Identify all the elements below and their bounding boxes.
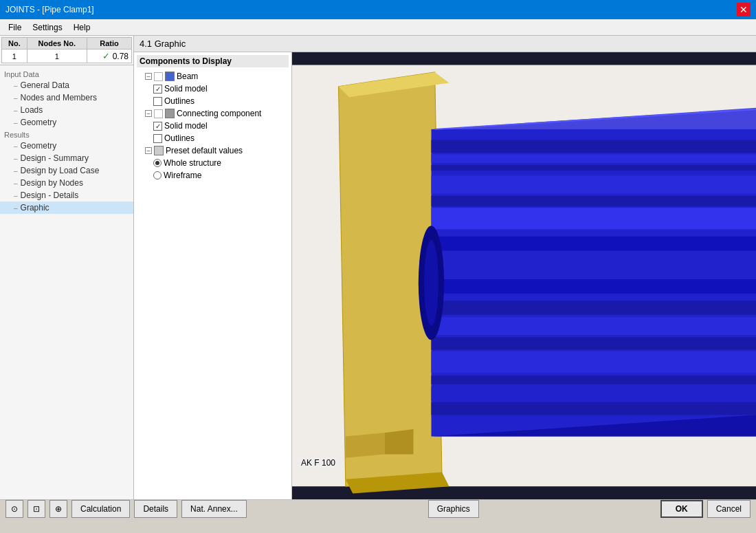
svg-rect-16 [432,317,757,335]
whole-structure-radio[interactable] [153,159,162,167]
connecting-label: Connecting component [177,109,261,118]
bottom-bar: ⊙ ⊡ ⊕ Calculation Details Nat. Annex... … [0,499,756,518]
details-button[interactable]: Details [134,500,177,518]
beam-solid-label: Solid model [164,84,208,94]
cell-ratio: ✓ 0.78 [87,50,131,63]
panel-title: 4.1 Graphic [134,36,756,52]
results-label: Results [0,129,133,140]
menu-help[interactable]: Help [68,21,96,34]
content-area: No. Nodes No. Ratio 1 1 ✓ 0. [0,36,756,499]
ak-label: AK F 100 [299,457,337,468]
beam-icon [165,72,175,81]
scene-svg [292,52,756,499]
col-no: No. [2,38,27,50]
main-container: No. Nodes No. Ratio 1 1 ✓ 0. [0,36,756,505]
menu-file[interactable]: File [3,21,27,34]
svg-marker-24 [346,433,385,457]
calculation-button[interactable]: Calculation [71,500,130,518]
conn-solid-label: Solid model [164,121,208,131]
graphics-button[interactable]: Graphics [428,500,479,518]
nat-annex-button[interactable]: Nat. Annex... [181,500,247,518]
wireframe-label: Wireframe [164,171,201,180]
beam-outlines-checkbox[interactable] [153,97,162,106]
beam-solid-checkbox[interactable] [153,85,162,94]
whole-structure-node[interactable]: Whole structure [137,157,289,169]
connecting-expander[interactable]: – [145,110,152,117]
nav-design-nodes[interactable]: – Design by Nodes [0,177,133,189]
ratio-value: 0.78 [113,52,129,61]
menubar: File Settings Help [0,19,756,36]
conn-outlines-label: Outlines [164,133,194,143]
svg-rect-21 [432,402,757,415]
beam-outlines-node[interactable]: Outlines [137,95,289,107]
cell-nodes: 1 [27,50,87,63]
preset-node[interactable]: – Preset default values [137,144,289,157]
ok-button[interactable]: OK [660,500,703,518]
right-panel: 4.1 Graphic Components to Display – Beam [134,36,756,499]
svg-marker-25 [385,429,414,454]
nav-design-summary[interactable]: – Design - Summary [0,152,133,164]
svg-point-23 [424,240,438,326]
wireframe-radio[interactable] [153,171,162,180]
nav-tree: Input Data – General Data – Nodes and Me… [0,65,133,499]
svg-rect-20 [432,387,757,401]
conn-outlines-checkbox[interactable] [153,134,162,143]
titlebar: JOINTS - [Pipe Clamp1] ✕ [0,0,756,19]
left-panel: No. Nodes No. Ratio 1 1 ✓ 0. [0,36,134,499]
menu-settings[interactable]: Settings [27,21,67,34]
col-ratio: Ratio [87,38,131,50]
connecting-node[interactable]: – Connecting component [137,107,289,120]
nav-graphic[interactable]: – Graphic [0,202,133,214]
svg-rect-9 [432,165,757,171]
nav-nodes-members[interactable]: – Nodes and Members [0,91,133,104]
connecting-checkbox[interactable] [154,109,163,118]
conn-solid-checkbox[interactable] [153,122,162,131]
svg-rect-17 [432,337,757,350]
icon-btn-1[interactable]: ⊙ [5,500,23,518]
beam-node[interactable]: – Beam [137,70,289,83]
conn-solid-node[interactable]: Solid model [137,120,289,132]
preset-expander[interactable]: – [145,147,152,154]
beam-checkbox[interactable] [154,72,163,81]
svg-rect-8 [432,154,757,162]
preset-label: Preset default values [166,146,243,155]
svg-rect-19 [432,376,757,384]
components-area: Components to Display – Beam Solid model [134,52,756,499]
close-button[interactable]: ✕ [737,3,751,17]
data-table: No. Nodes No. Ratio 1 1 ✓ 0. [1,37,132,63]
svg-rect-10 [432,175,757,193]
ratio-check-icon: ✓ [102,51,110,61]
beam-solid-node[interactable]: Solid model [137,83,289,95]
whole-structure-label: Whole structure [164,158,221,168]
nav-geometry-results[interactable]: – Geometry [0,140,133,152]
nav-general-data[interactable]: – General Data [0,79,133,91]
tree-panel: Components to Display – Beam Solid model [134,52,292,499]
nav-loads[interactable]: – Loads [0,104,133,116]
wireframe-node[interactable]: Wireframe [137,169,289,182]
svg-rect-12 [432,208,757,229]
icon-btn-2[interactable]: ⊡ [27,500,45,518]
components-display-header: Components to Display [137,55,289,67]
svg-rect-15 [432,301,757,315]
viewport[interactable]: AK F 100 ⟳ ⊞ ⇔ X ⇕ Y Z ⊡ ⌕ ⊟ DXF [292,52,756,499]
preset-icon [154,146,164,155]
svg-rect-18 [432,351,757,373]
svg-rect-7 [432,140,757,153]
beam-label: Beam [177,72,198,81]
titlebar-title: JOINTS - [Pipe Clamp1] [5,5,94,14]
conn-outlines-node[interactable]: Outlines [137,132,289,144]
cell-no: 1 [2,50,27,63]
nav-design-load-case[interactable]: – Design by Load Case [0,164,133,177]
icon-btn-3[interactable]: ⊕ [49,500,67,518]
input-data-label: Input Data [0,68,133,79]
nav-geometry-input[interactable]: – Geometry [0,116,133,129]
beam-expander[interactable]: – [145,73,152,80]
col-nodes: Nodes No. [27,38,87,50]
nav-design-details[interactable]: – Design - Details [0,189,133,202]
cancel-button[interactable]: Cancel [707,500,751,518]
svg-rect-11 [432,196,757,207]
svg-rect-14 [432,250,757,279]
table-area: No. Nodes No. Ratio 1 1 ✓ 0. [0,36,133,65]
connecting-icon [165,109,175,118]
table-row[interactable]: 1 1 ✓ 0.78 [2,50,132,63]
